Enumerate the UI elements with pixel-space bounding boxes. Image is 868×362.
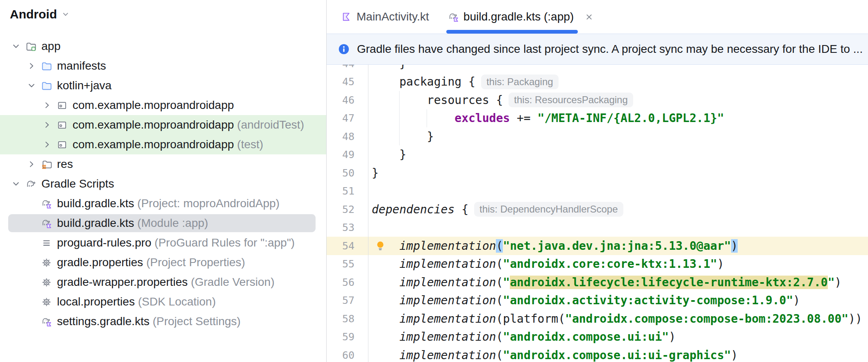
- code-line-text: resources {this: ResourcesPackaging: [368, 91, 868, 109]
- tree-item-com-example-moproandroidapp[interactable]: com.example.moproandroidapp: [0, 95, 326, 115]
- tab-build-gradle-kts-app[interactable]: build.gradle.kts (:app): [448, 0, 594, 34]
- line-number[interactable]: 54: [327, 237, 354, 255]
- code-line-47: 47 excludes += "/META-INF/{AL2.0,LGPL2.1…: [327, 109, 868, 128]
- line-number[interactable]: 50: [327, 164, 354, 182]
- line-number[interactable]: 48: [327, 127, 354, 146]
- code-line-text: dependencies {this: DependencyHandlerSco…: [368, 200, 868, 219]
- tree-item-gradle-scripts[interactable]: Gradle Scripts: [0, 174, 326, 194]
- tree-item-settings-gradle-kts-project-settings[interactable]: settings.gradle.kts (Project Settings): [0, 312, 326, 331]
- chevron-down-icon: [61, 10, 70, 19]
- chevron-right-icon[interactable]: [42, 119, 57, 131]
- line-number[interactable]: 47: [327, 109, 354, 128]
- line-number[interactable]: 53: [327, 219, 354, 237]
- gear-icon: [41, 257, 53, 268]
- tree-item-qualifier: (androidTest): [234, 118, 304, 131]
- chevron-down-icon[interactable]: [11, 178, 25, 190]
- gradle-sync-notification: Gradle files have changed since last pro…: [327, 34, 868, 65]
- code-line-text: implementation(platform("androidx.compos…: [368, 310, 868, 328]
- tree-item-label: build.gradle.kts (Module :app): [57, 217, 208, 230]
- code-line-48: 48 }: [327, 127, 868, 146]
- tab-label: build.gradle.kts (:app): [464, 10, 574, 23]
- gradle-file-icon: [41, 217, 53, 229]
- project-tree: appmanifestskotlin+javacom.example.mopro…: [0, 36, 326, 331]
- tree-item-label: settings.gradle.kts (Project Settings): [57, 315, 241, 328]
- tree-item-kotlin-java[interactable]: kotlin+java: [0, 76, 326, 95]
- gradle-file-icon: [448, 11, 459, 23]
- tree-item-qualifier: (Project Properties): [143, 256, 245, 269]
- code-line-59: 59 implementation("androidx.compose.ui:u…: [327, 328, 868, 346]
- tree-item-gradle-properties-project-properties[interactable]: gradle.properties (Project Properties): [0, 253, 326, 272]
- kotlin-file-icon: [341, 11, 352, 23]
- code-line-text: implementation("androidx.compose.ui:ui"): [368, 328, 868, 346]
- tree-item-label: res: [57, 158, 73, 171]
- code-line-text: implementation("androidx.core:core-ktx:1…: [368, 255, 868, 274]
- line-number[interactable]: 49: [327, 146, 354, 164]
- chevron-right-icon[interactable]: [42, 100, 57, 111]
- chevron-down-icon[interactable]: [26, 80, 41, 91]
- tree-item-label: manifests: [57, 59, 106, 72]
- chevron-right-icon[interactable]: [26, 60, 41, 72]
- tab-mainactivity-kt[interactable]: MainActivity.kt: [341, 0, 429, 34]
- code-line-46: 46 resources {this: ResourcesPackaging: [327, 91, 868, 109]
- code-line-58: 58 implementation(platform("androidx.com…: [327, 310, 868, 328]
- chevron-right-icon[interactable]: [42, 139, 57, 150]
- tree-item-local-properties-sdk-location[interactable]: local.properties (SDK Location): [0, 292, 326, 312]
- editor-tab-bar: MainActivity.kt build.gradle.kts (:app): [327, 0, 868, 34]
- tree-item-res[interactable]: res: [0, 154, 326, 174]
- gradle-icon: [25, 178, 38, 190]
- gradle-file-icon: [41, 198, 53, 209]
- line-number[interactable]: 55: [327, 255, 354, 274]
- inlay-hint: this: Packaging: [481, 75, 559, 89]
- tree-item-qualifier: (test): [234, 138, 264, 151]
- code-line-57: 57 implementation("androidx.activity:act…: [327, 292, 868, 310]
- close-icon[interactable]: [584, 12, 594, 22]
- indent-spacer: [26, 316, 41, 327]
- indent-spacer: [26, 296, 41, 308]
- line-number[interactable]: 56: [327, 273, 354, 292]
- tree-item-build-gradle-kts-project-moproandroidapp[interactable]: build.gradle.kts (Project: moproAndroidA…: [0, 194, 326, 213]
- tree-item-gradle-wrapper-properties-gradle-version[interactable]: gradle-wrapper.properties (Gradle Versio…: [0, 272, 326, 292]
- tree-item-proguard-rules-pro-proguard-rules-for-app[interactable]: proguard-rules.pro (ProGuard Rules for "…: [0, 233, 326, 253]
- line-number[interactable]: 58: [327, 310, 354, 328]
- code-line-text: }: [368, 164, 868, 182]
- info-icon: [338, 43, 350, 55]
- code-line-text: }: [368, 127, 868, 146]
- folder-res-icon: [41, 158, 53, 170]
- code-line-text: [368, 219, 868, 237]
- code-line-45: 45 packaging {this: Packaging: [327, 73, 868, 91]
- tree-item-com-example-moproandroidapp-test[interactable]: com.example.moproandroidapp (test): [0, 135, 326, 154]
- intention-bulb-icon[interactable]: [375, 240, 386, 251]
- tree-item-label: local.properties (SDK Location): [57, 295, 216, 308]
- folder-module-icon: [25, 41, 38, 52]
- code-line-text: implementation("androidx.compose.ui:ui-g…: [368, 346, 868, 362]
- line-number[interactable]: 51: [327, 182, 354, 201]
- tree-item-label: proguard-rules.pro (ProGuard Rules for "…: [57, 236, 295, 249]
- tree-item-label: build.gradle.kts (Project: moproAndroidA…: [57, 197, 279, 210]
- chevron-right-icon[interactable]: [26, 158, 41, 170]
- code-lines: 44 }45 packaging {this: Packaging46 reso…: [327, 54, 868, 362]
- notification-text: Gradle files have changed since last pro…: [357, 43, 863, 56]
- tree-item-label: Gradle Scripts: [41, 177, 114, 190]
- editor-area: 44 }45 packaging {this: Packaging46 reso…: [327, 0, 868, 362]
- chevron-down-icon[interactable]: [11, 41, 25, 52]
- line-number[interactable]: 45: [327, 73, 354, 91]
- tree-item-app[interactable]: app: [0, 36, 326, 56]
- line-number[interactable]: 52: [327, 200, 354, 219]
- line-number[interactable]: 59: [327, 328, 354, 346]
- tree-item-qualifier: (SDK Location): [135, 295, 216, 308]
- project-view-selector[interactable]: Android: [0, 0, 326, 29]
- code-line-60: 60 implementation("androidx.compose.ui:u…: [327, 346, 868, 362]
- tree-item-label: app: [41, 40, 61, 53]
- line-number[interactable]: 46: [327, 91, 354, 109]
- code-line-49: 49 }: [327, 146, 868, 164]
- package-icon: [57, 100, 69, 111]
- line-number[interactable]: 57: [327, 292, 354, 310]
- active-tab-indicator: [446, 30, 578, 34]
- tree-item-build-gradle-kts-module-app[interactable]: build.gradle.kts (Module :app): [0, 213, 326, 233]
- tree-item-manifests[interactable]: manifests: [0, 56, 326, 76]
- code-line-52: 52dependencies {this: DependencyHandlerS…: [327, 200, 868, 219]
- line-number[interactable]: 60: [327, 346, 354, 362]
- tree-item-com-example-moproandroidapp-androidtest[interactable]: com.example.moproandroidapp (androidTest…: [0, 115, 326, 135]
- gradle-file-icon: [41, 316, 53, 327]
- code-line-text: excludes += "/META-INF/{AL2.0,LGPL2.1}": [368, 109, 868, 128]
